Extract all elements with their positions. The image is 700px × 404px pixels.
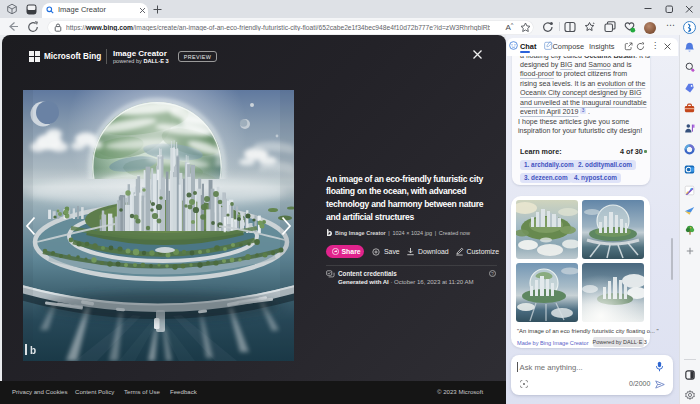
svg-text:b: b xyxy=(30,345,36,356)
